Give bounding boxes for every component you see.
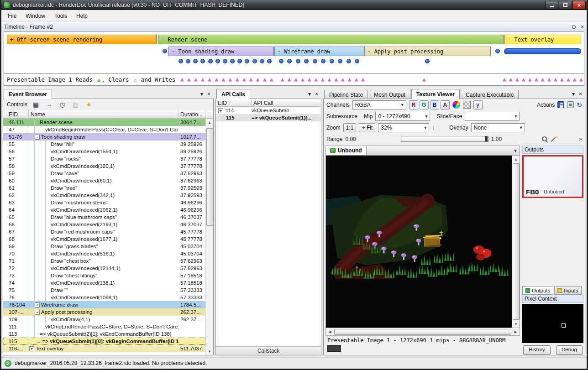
write-triangle-icon[interactable]: ▲ (515, 76, 519, 83)
write-triangle-icon[interactable]: ▲ (294, 76, 298, 83)
time-durations-icon[interactable]: ◷ (58, 100, 67, 109)
zoom-fit-button[interactable]: +Fit (359, 123, 375, 132)
tab-mesh-output[interactable]: Mesh Output (369, 90, 410, 99)
scroll-down-icon[interactable]: ▼ (512, 320, 520, 328)
timeline-draw-dot[interactable] (296, 59, 300, 63)
write-triangle-icon[interactable]: ▲ (221, 76, 225, 83)
minimize-button[interactable] (545, 1, 558, 10)
goto-current-event-icon[interactable]: → (45, 100, 54, 109)
write-triangle-icon[interactable]: ▲ (321, 76, 325, 83)
zoom-combo[interactable]: 32%▼ (378, 123, 429, 132)
event-row[interactable]: 68vkCmdDrawIndexed(1677,1)45.77778 (3, 235, 205, 243)
tab-unbound-texture[interactable]: Unbound (326, 146, 367, 155)
menu-help[interactable]: Help (72, 11, 92, 21)
open-capture-icon[interactable] (567, 101, 574, 108)
scrollbar-thumb[interactable] (206, 128, 213, 226)
write-triangle-icon[interactable]: ▲ (509, 76, 513, 83)
tree-expander-icon[interactable]: + (218, 108, 223, 113)
write-triangle-icon[interactable]: ▲ (263, 76, 267, 83)
timeline-draw-dot[interactable] (330, 59, 334, 63)
gamma-button[interactable]: γ (473, 100, 483, 109)
tab-list-icon[interactable]: ▾ (511, 147, 520, 154)
channel-a-button[interactable]: A (441, 100, 450, 109)
timeline-text-overlay-span[interactable] (504, 48, 581, 54)
event-row[interactable]: 73Draw "chest fittings"57.18518 (3, 272, 205, 279)
event-row[interactable]: 76vkCmdDrawIndexed(1098,1)57.33333 (3, 294, 205, 301)
timeline-titlebar[interactable]: Timeline - Frame #2 ⊙ × (1, 22, 587, 31)
write-triangle-icon[interactable]: ▲ (541, 76, 545, 83)
write-triangle-icon[interactable]: ▲ (503, 76, 506, 83)
timeline-draw-dot[interactable] (208, 59, 213, 63)
write-triangle-icon[interactable]: ▲ (270, 76, 273, 83)
event-row[interactable]: 109vkCmdDraw(4,1)262.37... (3, 316, 205, 323)
write-triangle-icon[interactable]: ▲ (334, 76, 338, 83)
write-triangle-icon[interactable]: ▲ (341, 76, 345, 83)
write-triangle-icon[interactable]: ▲ (194, 76, 198, 83)
tree-expander-icon[interactable]: + (35, 302, 40, 307)
timeline-draw-dot[interactable] (186, 59, 190, 63)
write-triangle-icon[interactable]: ▲ (579, 76, 583, 83)
scroll-up-icon[interactable]: ▲ (512, 156, 520, 163)
event-row[interactable]: 61Draw "tree"37.92593 (3, 184, 205, 192)
write-triangle-icon[interactable]: ▲ (567, 76, 570, 83)
save-texture-icon[interactable] (557, 101, 564, 108)
write-triangle-icon[interactable]: ▲ (281, 76, 284, 83)
timeline-draw-dot[interactable] (338, 59, 342, 63)
event-row[interactable]: 62vkCmdDrawIndexed(342,1)37.92593 (3, 192, 205, 199)
statistics-icon[interactable]: ▥ (71, 100, 80, 109)
write-triangle-icon[interactable]: ▲ (522, 76, 525, 83)
history-button[interactable]: History (523, 345, 551, 355)
timeline-draw-dot[interactable] (200, 59, 205, 63)
event-row[interactable]: 55Draw "hill"39.25926 (3, 141, 205, 148)
column-duration[interactable]: Duratio... (178, 110, 205, 118)
write-triangle-icon[interactable]: ▲ (573, 76, 577, 83)
pin-icon[interactable]: ⊙ (572, 24, 576, 30)
timeline-draw-dot[interactable] (193, 59, 198, 63)
scroll-right-icon[interactable]: ▶ (512, 330, 520, 334)
close-button[interactable]: × (572, 1, 586, 10)
panel-menu-icon[interactable]: ▾ (200, 91, 203, 97)
write-triangle-icon[interactable]: ▲ (229, 76, 232, 83)
timeline-draw-dot[interactable] (313, 59, 317, 63)
event-row[interactable]: 60vkCmdDrawIndexed(60,1)37.62963 (3, 177, 205, 184)
write-triangle-icon[interactable]: ▲ (249, 76, 253, 83)
menu-window[interactable]: Window (21, 11, 50, 21)
write-triangle-icon[interactable]: ▲ (242, 76, 246, 83)
tab-api-calls[interactable]: API Calls (216, 89, 250, 99)
event-row[interactable]: 64vkCmdDrawIndexed(1062,1)46.96296 (3, 206, 205, 214)
event-row[interactable]: 65Draw "blue mushroom caps"46.37037 (3, 214, 205, 221)
channel-g-button[interactable]: G (420, 100, 429, 109)
mip-combo[interactable]: 0 - 1272x690▼ (375, 112, 430, 121)
tree-expander-icon[interactable]: - (35, 310, 40, 315)
timeline-bar-render-scene[interactable]: - Render scene (158, 35, 504, 44)
refresh-icon[interactable]: ↻ (577, 101, 582, 109)
timeline-close-icon[interactable]: × (581, 24, 584, 30)
tab-event-browser[interactable]: Event Browser (4, 89, 52, 99)
channel-r-button[interactable]: R (409, 100, 418, 109)
write-triangle-icon[interactable]: ▲ (308, 76, 311, 83)
pixel-context-view[interactable] (522, 304, 583, 343)
timeline-draw-dot[interactable] (237, 59, 242, 63)
autofit-wand-icon[interactable] (551, 135, 558, 143)
scrollbar-thumb[interactable] (513, 163, 520, 320)
event-row[interactable]: 69Draw "grass blades"45.03704 (3, 243, 205, 250)
event-row[interactable]: 63Draw "mushroom stems"46.96296 (3, 199, 205, 206)
timeline-draw-dot[interactable] (223, 59, 227, 63)
write-triangle-icon[interactable]: ▲ (554, 76, 557, 83)
event-row[interactable]: 107-...-Apply post processing262.37... (3, 308, 205, 316)
write-triangle-icon[interactable]: ▲ (361, 76, 365, 83)
titlebar[interactable]: debugmarker.rdc - RenderDoc Unofficial r… (1, 0, 587, 10)
event-row[interactable]: 67Draw "red mushroom caps"45.77778 (3, 228, 205, 235)
scroll-left-icon[interactable]: ◀ (326, 330, 334, 334)
event-row[interactable]: 47vkCmdBeginRenderPass(C=Clear, D=Clear,… (3, 126, 205, 133)
timeline-draw-dot[interactable] (252, 59, 257, 63)
tree-expander-icon[interactable]: - (35, 135, 40, 140)
write-triangle-icon[interactable]: ▲ (535, 76, 538, 83)
show-usage-icon[interactable]: ▦ (31, 100, 41, 109)
write-triangle-icon[interactable]: ▲ (208, 76, 211, 83)
timeline-content[interactable]: + Off-screen scene rendering - Render sc… (4, 31, 584, 86)
event-row[interactable]: 115→=> vkQueueSubmit(1)[0]: vkBeginComma… (3, 338, 205, 345)
write-triangle-icon[interactable]: ▲ (236, 76, 239, 83)
tree-expander-icon[interactable]: + (29, 346, 34, 351)
zoom-1to1-button[interactable]: 1:1 (343, 123, 357, 132)
